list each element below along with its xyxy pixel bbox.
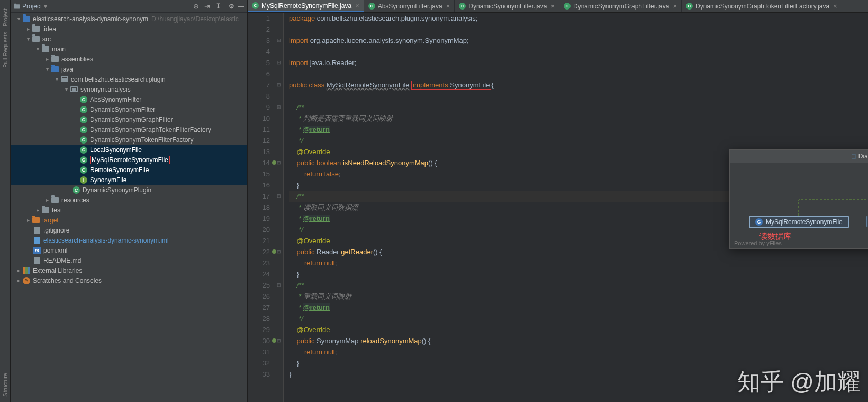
module-icon xyxy=(23,16,30,22)
tree-root-label: elasticsearch-analysis-dynamic-synonym xyxy=(33,15,148,23)
override-marker-icon[interactable] xyxy=(272,249,276,254)
tree-pkg1-label: com.bellszhu.elasticsearch.plugin xyxy=(71,76,166,83)
tree-cls-dsgf[interactable]: CDynamicSynonymGraphFilter xyxy=(11,114,247,124)
tab-label: DynamicSynonymFilter.java xyxy=(468,3,547,10)
tree-assemblies-label: assemblies xyxy=(61,56,93,63)
diagram-powered-by: Powered by yFiles xyxy=(734,240,782,246)
tree-cls-local[interactable]: CLocalSynonymFile xyxy=(11,145,247,155)
tree-extlib[interactable]: ▸External Libraries xyxy=(11,265,247,275)
folder-icon xyxy=(51,56,59,62)
package-icon xyxy=(61,76,68,82)
tree-int-synfile[interactable]: ISynonymFile xyxy=(11,175,247,185)
tool-window-strip: Project Pull Requests Structure xyxy=(0,0,11,402)
method-2-type: Reader xyxy=(317,248,339,256)
locate-icon[interactable]: ⊕ xyxy=(193,2,199,10)
tree-target[interactable]: ▸target xyxy=(11,215,247,225)
tree-cls-label: DynamicSynonymGraphFilter xyxy=(90,116,173,123)
tree-cls-dsf[interactable]: CDynamicSynonymFilter xyxy=(11,104,247,114)
tool-pullreq-tab[interactable]: Pull Requests xyxy=(2,32,8,68)
tab-label: DynamicSynonymGraphTokenFilterFactory.ja… xyxy=(695,3,829,10)
override-marker-icon[interactable] xyxy=(272,338,276,343)
tree-cls-dstff[interactable]: CDynamicSynonymTokenFilterFactory xyxy=(11,135,247,145)
tab-mysqlremote[interactable]: CMySqlRemoteSynonymFile.java× xyxy=(248,0,364,12)
tree-pkg2-label: synonym.analysis xyxy=(80,86,131,93)
close-tab-icon[interactable]: × xyxy=(673,2,677,10)
maven-icon: m xyxy=(33,247,41,254)
tree-pom[interactable]: mpom.xml xyxy=(11,245,247,255)
tree-src[interactable]: ▾src xyxy=(11,34,247,44)
diagram-node-mysql[interactable]: CMySqlRemoteSynonymFile xyxy=(749,216,849,228)
close-tab-icon[interactable]: × xyxy=(550,2,555,10)
tree-cls-label: SynonymFile xyxy=(90,176,126,184)
tree-cls-abs[interactable]: CAbsSynonymFilter xyxy=(11,94,247,104)
fold-gutter[interactable]: ⊟⊟⊟ ⊟⊟ ⊟⊟ ⊟⊟ xyxy=(274,13,284,402)
project-view-selector[interactable]: Project ▾ xyxy=(14,3,47,10)
override-marker-icon[interactable] xyxy=(272,160,276,165)
tree-test[interactable]: ▸test xyxy=(11,205,247,215)
tree-assemblies[interactable]: ▸assemblies xyxy=(11,54,247,64)
tree-extlib-label: External Libraries xyxy=(33,267,82,274)
class-icon: C xyxy=(459,3,466,10)
tree-cls-mysql[interactable]: CMySqlRemoteSynonymFile xyxy=(11,155,247,165)
close-tab-icon[interactable]: × xyxy=(833,2,837,10)
tool-project-tab[interactable]: Project xyxy=(2,8,8,26)
hide-icon[interactable]: — xyxy=(238,3,244,10)
tab-dsgf[interactable]: CDynamicSynonymGraphFilter.java× xyxy=(559,0,682,12)
tree-idea[interactable]: ▸.idea xyxy=(11,24,247,34)
uml-diagram-popup[interactable]: ⌸ Diagram for RemoteSynonymFile ISynonym… xyxy=(729,149,868,249)
project-view-label: Project xyxy=(22,3,42,10)
method-2-name: getReader xyxy=(341,248,373,256)
doc-return-tag: @return xyxy=(303,215,330,222)
tree-target-label: target xyxy=(42,217,59,224)
tab-abssyn[interactable]: CAbsSynonymFilter.java× xyxy=(364,0,455,12)
settings-icon[interactable]: ⚙ xyxy=(229,3,234,10)
expand-icon[interactable]: ⇥ xyxy=(204,2,210,10)
tree-gitignore[interactable]: .gitignore xyxy=(11,225,247,235)
tree-root[interactable]: ▾elasticsearch-analysis-dynamic-synonymD… xyxy=(11,14,247,24)
class-name: MySqlRemoteSynonymFile xyxy=(327,81,410,89)
class-icon: C xyxy=(73,186,80,194)
project-icon xyxy=(14,3,20,10)
folder-icon xyxy=(51,197,59,203)
folder-icon xyxy=(42,46,49,52)
class-icon: C xyxy=(80,106,87,113)
class-icon: C xyxy=(564,3,571,10)
tree-pkg2[interactable]: ▾synonym.analysis xyxy=(11,84,247,94)
tree-iml[interactable]: elasticsearch-analysis-dynamic-synonym.i… xyxy=(11,235,247,245)
tab-dsf[interactable]: CDynamicSynonymFilter.java× xyxy=(455,0,559,12)
tree-java[interactable]: ▾java xyxy=(11,64,247,74)
tree-scratches[interactable]: ▸✎Scratches and Consoles xyxy=(11,275,247,285)
tree-cls-remote[interactable]: CRemoteSynonymFile xyxy=(11,165,247,175)
project-pane: Project ▾ ⊕ ⇥ ↧ ⚙ — ▾elasticsearch-analy… xyxy=(11,0,248,402)
class-icon: C xyxy=(686,3,693,10)
diagram-canvas[interactable]: ISynonymFile CMySqlRemoteSynonymFile CLo… xyxy=(730,163,868,248)
tree-cls-dsgtff[interactable]: CDynamicSynonymGraphTokenFilterFactory xyxy=(11,124,247,135)
tree-plugin-cls[interactable]: CDynamicSynonymPlugin xyxy=(11,185,247,195)
tree-main-label: main xyxy=(52,46,66,53)
collapse-icon[interactable]: ↧ xyxy=(215,2,221,10)
method-1-return: false xyxy=(324,170,338,178)
tab-dsgtff[interactable]: CDynamicSynonymGraphTokenFilterFactory.j… xyxy=(682,0,842,12)
diagram-node-label: MySqlRemoteSynonymFile xyxy=(766,218,843,226)
tree-pkg1[interactable]: ▾com.bellszhu.elasticsearch.plugin xyxy=(11,74,247,84)
tree-src-label: src xyxy=(42,35,51,43)
tree-main[interactable]: ▾main xyxy=(11,44,247,54)
doc-comment-3: 重载同义词映射 xyxy=(303,292,351,300)
close-tab-icon[interactable]: × xyxy=(355,2,359,10)
class-icon: C xyxy=(80,116,87,123)
close-tab-icon[interactable]: × xyxy=(446,2,450,10)
doc-return-tag: @return xyxy=(303,126,330,133)
diagram-icon: ⌸ xyxy=(852,153,855,160)
tree-cls-label: DynamicSynonymGraphTokenFilterFactory xyxy=(90,126,211,133)
project-tree[interactable]: ▾elasticsearch-analysis-dynamic-synonymD… xyxy=(11,13,247,402)
svg-rect-1 xyxy=(14,3,17,4)
tree-resources[interactable]: ▸resources xyxy=(11,195,247,205)
diagram-title-bar: ⌸ Diagram for RemoteSynonymFile xyxy=(730,150,868,163)
tree-readme[interactable]: README.md xyxy=(11,255,247,265)
tool-structure-tab[interactable]: Structure xyxy=(2,373,8,397)
method-1-name: isNeedReloadSynonymMap xyxy=(343,159,428,167)
tree-idea-label: .idea xyxy=(42,25,56,33)
package-name: com.bellszhu.elasticsearch.plugin.synony… xyxy=(317,14,476,22)
package-icon xyxy=(70,86,78,92)
implements-kw: implements xyxy=(413,81,448,89)
